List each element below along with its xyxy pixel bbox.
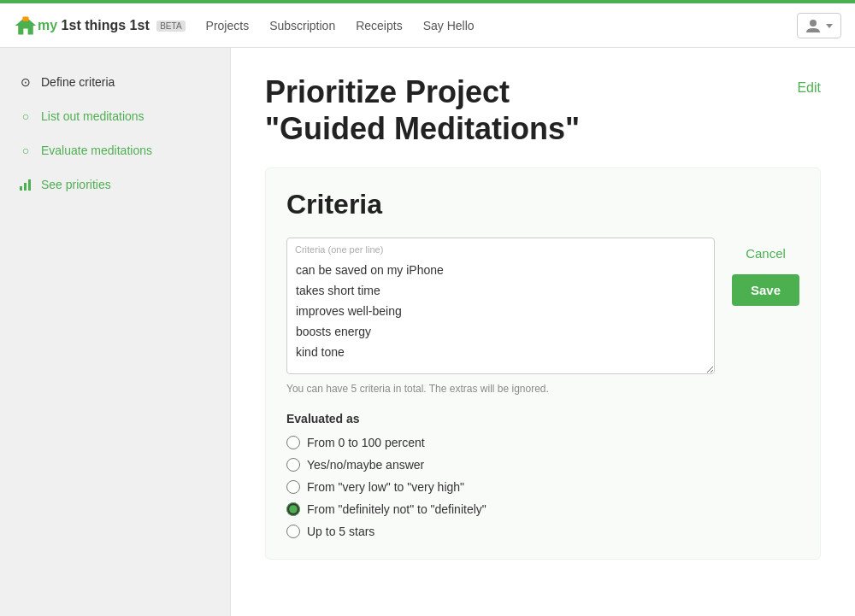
sidebar: ⊙ Define criteria ○ List out meditations… <box>0 48 231 616</box>
chevron-down-icon <box>825 21 834 30</box>
nav-say-hello[interactable]: Say Hello <box>423 19 475 32</box>
top-navigation: my 1st things 1st BETA Projects Subscrip… <box>0 0 855 48</box>
radio-input-5-stars[interactable] <box>286 525 300 538</box>
radio-option-definitely[interactable]: From "definitely not" to "definitely" <box>286 502 799 516</box>
criteria-hint: You can have 5 criteria in total. The ex… <box>286 383 715 395</box>
logo-text: my 1st things 1st BETA <box>38 18 186 33</box>
radio-label-yes-no-maybe: Yes/no/maybe answer <box>307 458 424 472</box>
main-content: Prioritize Project "Guided Meditations" … <box>231 48 855 616</box>
nav-links: Projects Subscription Receipts Say Hello <box>206 19 797 32</box>
radio-input-0-100[interactable] <box>286 436 300 449</box>
define-criteria-icon: ⊙ <box>17 73 34 91</box>
radio-label-very-low-high: From "very low" to "very high" <box>307 480 464 494</box>
page-title: Prioritize Project "Guided Meditations" <box>265 73 580 147</box>
sidebar-item-evaluate-meditations[interactable]: ○ Evaluate meditations <box>0 133 230 167</box>
svg-marker-3 <box>826 24 833 28</box>
radio-label-0-100: From 0 to 100 percent <box>307 436 425 449</box>
criteria-form: Criteria (one per line) can be saved on … <box>286 238 799 395</box>
radio-option-5-stars[interactable]: Up to 5 stars <box>286 525 799 538</box>
sidebar-item-see-priorities[interactable]: See priorities <box>0 167 230 202</box>
radio-label-definitely: From "definitely not" to "definitely" <box>307 502 486 516</box>
radio-options: From 0 to 100 percent Yes/no/maybe answe… <box>286 436 799 538</box>
radio-option-0-100[interactable]: From 0 to 100 percent <box>286 436 799 449</box>
evaluate-meditations-icon: ○ <box>17 142 34 159</box>
sidebar-item-label-list-meditations: List out meditations <box>41 109 144 123</box>
nav-subscription[interactable]: Subscription <box>269 19 335 32</box>
radio-input-very-low-high[interactable] <box>286 480 300 494</box>
sidebar-item-label-see-priorities: See priorities <box>41 178 111 191</box>
form-actions: Cancel Save <box>732 238 799 306</box>
list-meditations-icon: ○ <box>17 108 34 125</box>
section-title: Criteria <box>286 189 799 220</box>
svg-rect-4 <box>20 186 22 191</box>
nav-projects[interactable]: Projects <box>206 19 250 32</box>
radio-option-very-low-high[interactable]: From "very low" to "very high" <box>286 480 799 494</box>
logo-area[interactable]: my 1st things 1st BETA <box>14 14 186 38</box>
svg-point-2 <box>810 20 817 26</box>
criteria-input-wrap: Criteria (one per line) can be saved on … <box>286 238 715 395</box>
radio-option-yes-no-maybe[interactable]: Yes/no/maybe answer <box>286 458 799 472</box>
svg-rect-5 <box>24 183 27 191</box>
svg-rect-6 <box>28 179 31 191</box>
see-priorities-icon <box>17 176 34 193</box>
nav-receipts[interactable]: Receipts <box>356 19 402 32</box>
radio-input-yes-no-maybe[interactable] <box>286 458 300 472</box>
page-header: Prioritize Project "Guided Meditations" … <box>265 73 821 147</box>
radio-input-definitely[interactable] <box>286 502 300 516</box>
sidebar-item-label-define-criteria: Define criteria <box>41 75 115 89</box>
evaluated-section: Evaluated as From 0 to 100 percent Yes/n… <box>286 412 799 538</box>
nav-right <box>797 13 841 38</box>
save-button[interactable]: Save <box>732 274 799 306</box>
edit-link[interactable]: Edit <box>797 80 821 96</box>
cancel-button[interactable]: Cancel <box>732 241 799 266</box>
user-icon <box>805 17 822 34</box>
sidebar-item-list-meditations[interactable]: ○ List out meditations <box>0 99 230 133</box>
sidebar-item-define-criteria[interactable]: ⊙ Define criteria <box>0 65 230 99</box>
user-menu-button[interactable] <box>797 13 841 38</box>
criteria-label: Criteria (one per line) <box>295 244 383 255</box>
sidebar-item-label-evaluate-meditations: Evaluate meditations <box>41 144 152 157</box>
evaluated-title: Evaluated as <box>286 412 799 425</box>
logo-icon <box>14 14 38 38</box>
main-layout: ⊙ Define criteria ○ List out meditations… <box>0 48 855 616</box>
svg-rect-1 <box>23 16 29 21</box>
criteria-section: Criteria Criteria (one per line) can be … <box>265 167 821 560</box>
criteria-textarea[interactable]: can be saved on my iPhone takes short ti… <box>286 238 715 374</box>
radio-label-5-stars: Up to 5 stars <box>307 525 374 538</box>
